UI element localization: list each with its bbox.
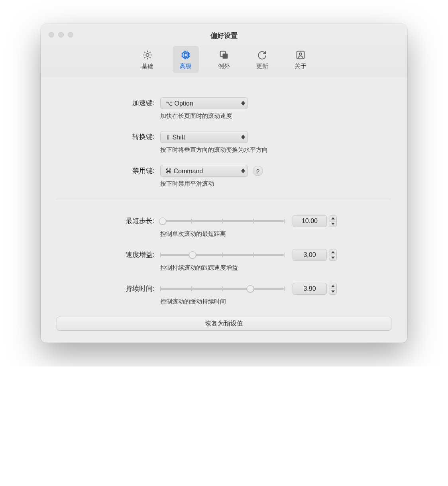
minimize-icon[interactable] <box>58 32 64 37</box>
chevron-up-icon[interactable] <box>329 283 336 289</box>
duration-slider[interactable] <box>160 284 284 294</box>
speed-gain-label: 速度增益: <box>57 249 160 259</box>
refresh-icon <box>256 49 268 61</box>
row-speed-gain: 速度增益: 3.00 控制持续滚 <box>57 249 391 272</box>
accel-key-desc: 加快在长页面时的滚动速度 <box>160 112 391 120</box>
min-step-desc: 控制单次滚动的最短距离 <box>160 230 391 238</box>
row-toggle-key: 转换键: ⇧ Shift 按下时将垂直方向的滚动变换为水平方向 <box>57 131 391 154</box>
chevron-updown-icon <box>241 135 245 139</box>
row-accel-key: 加速键: ⌥ Option 加快在长页面时的滚动速度 <box>57 97 391 120</box>
gear-icon <box>141 49 153 61</box>
window-title: 偏好设置 <box>48 29 400 40</box>
titlebar: 偏好设置 基础 高级 例外 <box>41 24 407 77</box>
min-step-stepper[interactable] <box>329 215 337 227</box>
accel-key-popup[interactable]: ⌥ Option <box>160 97 248 109</box>
user-icon <box>295 49 307 61</box>
close-icon[interactable] <box>49 32 54 37</box>
svg-rect-1 <box>183 52 189 58</box>
slider-knob[interactable] <box>247 285 254 292</box>
divider <box>57 199 391 199</box>
tab-advanced-label: 高级 <box>180 63 192 70</box>
chevron-down-icon[interactable] <box>329 255 336 261</box>
toggle-key-popup[interactable]: ⇧ Shift <box>160 131 248 143</box>
min-step-slider[interactable] <box>160 216 284 226</box>
windows-icon <box>218 49 230 61</box>
tab-updates-label: 更新 <box>256 63 268 70</box>
chevron-updown-icon <box>241 169 245 173</box>
toggle-key-value: ⇧ Shift <box>165 133 185 141</box>
svg-point-6 <box>299 53 302 55</box>
tab-advanced[interactable]: 高级 <box>173 46 199 73</box>
reset-button-label: 恢复为预设值 <box>205 320 243 327</box>
tab-basic[interactable]: 基础 <box>134 46 161 73</box>
slider-knob[interactable] <box>189 251 196 259</box>
tab-updates[interactable]: 更新 <box>249 46 275 73</box>
block-key-label: 禁用键: <box>57 165 160 175</box>
help-icon: ? <box>256 168 259 174</box>
block-key-popup[interactable]: ⌘ Command <box>160 165 248 177</box>
speed-gain-stepper[interactable] <box>329 249 337 261</box>
chevron-updown-icon <box>241 101 245 106</box>
duration-desc: 控制滚动的缓动持续时间 <box>160 298 391 306</box>
toggle-key-label: 转换键: <box>57 131 160 141</box>
svg-point-0 <box>146 53 149 56</box>
slider-knob[interactable] <box>159 218 166 225</box>
content-pane: 加速键: ⌥ Option 加快在长页面时的滚动速度 转换键: <box>41 77 407 343</box>
speed-gain-field[interactable]: 3.00 <box>293 249 327 261</box>
chip-icon <box>180 49 192 61</box>
row-block-key: 禁用键: ⌘ Command ? 按下时禁用平滑滚动 <box>57 165 391 188</box>
reset-button[interactable]: 恢复为预设值 <box>57 317 391 331</box>
duration-stepper[interactable] <box>329 283 337 295</box>
chevron-up-icon[interactable] <box>329 249 336 255</box>
block-key-desc: 按下时禁用平滑滚动 <box>160 180 391 188</box>
row-min-step: 最短步长: 10.00 控制单次 <box>57 215 391 238</box>
accel-key-label: 加速键: <box>57 97 160 108</box>
chevron-down-icon[interactable] <box>329 221 336 227</box>
duration-label: 持续时间: <box>57 283 160 293</box>
chevron-down-icon[interactable] <box>329 289 336 295</box>
speed-gain-slider[interactable] <box>160 250 284 260</box>
traffic-lights <box>49 32 73 37</box>
toggle-key-desc: 按下时将垂直方向的滚动变换为水平方向 <box>160 146 391 154</box>
svg-rect-2 <box>185 54 187 57</box>
svg-rect-4 <box>223 54 228 59</box>
row-duration: 持续时间: 3.90 控制滚动的 <box>57 283 391 306</box>
chevron-up-icon[interactable] <box>329 216 336 221</box>
zoom-icon[interactable] <box>68 32 73 37</box>
min-step-field[interactable]: 10.00 <box>293 215 327 227</box>
min-step-label: 最短步长: <box>57 215 160 225</box>
tab-exceptions[interactable]: 例外 <box>211 46 237 73</box>
block-key-value: ⌘ Command <box>165 167 203 175</box>
duration-field[interactable]: 3.90 <box>293 283 327 295</box>
accel-key-value: ⌥ Option <box>165 100 193 107</box>
tab-exceptions-label: 例外 <box>218 63 230 70</box>
speed-gain-desc: 控制持续滚动的跟踪速度增益 <box>160 264 391 272</box>
toolbar-tabs: 基础 高级 例外 更新 <box>48 46 400 77</box>
tab-about[interactable]: 关于 <box>287 46 314 73</box>
tab-basic-label: 基础 <box>141 63 153 70</box>
preferences-window: 偏好设置 基础 高级 例外 <box>41 24 407 343</box>
help-button[interactable]: ? <box>253 166 263 176</box>
tab-about-label: 关于 <box>295 63 307 70</box>
